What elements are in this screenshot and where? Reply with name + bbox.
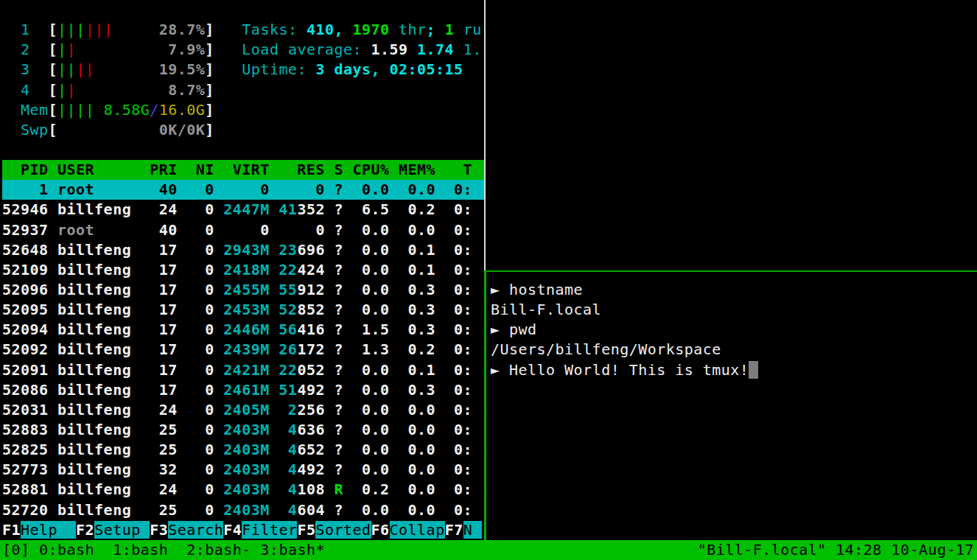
process-row-52031[interactable]: 52031 billfeng 24 0 2405M 2256 ? 0.0 0.0…	[2, 400, 472, 420]
text-segment: 7.9%	[168, 41, 205, 58]
process-row-52094[interactable]: 52094 billfeng 17 0 2446M 56416 ? 1.5 0.…	[2, 320, 472, 340]
shell-command-current[interactable]: ► Hello World! This is tmux!	[491, 360, 758, 380]
tmux-status-right: "Bill-F.local" 14:28 10-Aug-17	[698, 540, 974, 560]
text-segment	[270, 321, 279, 338]
f4-key[interactable]: F4	[223, 521, 242, 539]
text-segment: 2421M	[223, 361, 270, 379]
window-tab-2-last[interactable]: 2:bash-	[186, 541, 251, 559]
text-segment: 4	[2, 81, 49, 99]
f6-key[interactable]: F6	[371, 521, 390, 539]
text-segment: ]	[205, 41, 214, 58]
command-text: hostname	[509, 281, 583, 298]
text-segment: Swp	[21, 121, 49, 139]
shell-pane[interactable]: ► hostnameBill-F.local► pwd/Users/billfe…	[486, 272, 977, 540]
text-segment: /Users/billfeng/Workspace	[491, 340, 721, 358]
pane-border-vertical-inactive	[484, 0, 486, 270]
text-segment	[454, 41, 463, 58]
process-row-52773[interactable]: 52773 billfeng 32 0 2403M 4492 ? 0.0 0.0…	[2, 460, 472, 480]
f5-key[interactable]: F5	[297, 521, 315, 539]
process-row-52881[interactable]: 52881 billfeng 24 0 2403M 4108 R 0.2 0.0…	[2, 480, 472, 500]
prompt-arrow: ►	[491, 361, 509, 379]
f3-key[interactable]: F3	[150, 521, 168, 539]
text-segment: R	[334, 480, 343, 498]
text-segment	[270, 480, 288, 498]
text-segment: 8.7%	[168, 81, 205, 99]
text-segment	[113, 21, 159, 38]
process-table-header[interactable]: PID USER PRI NI VIRT RES S CPU% MEM% T	[2, 160, 485, 180]
f1-help-button[interactable]: Help	[21, 521, 76, 539]
text-segment: /	[150, 101, 159, 119]
text-segment: 492 ? 0.0 0.3 0:	[297, 381, 472, 399]
text-segment: 2943M	[223, 241, 270, 259]
f7-key[interactable]: F7	[445, 521, 463, 539]
f5-sorted-button[interactable]: Sorted	[315, 521, 371, 539]
text-segment: 0.2 0.0 0:	[343, 480, 472, 498]
text-segment: 2403M	[223, 461, 270, 478]
f2-setup-button[interactable]: Setup	[94, 521, 150, 539]
f3-search-button[interactable]: Search	[168, 521, 223, 539]
text-segment: 16.0G	[159, 101, 206, 119]
text-segment: 2403M	[223, 501, 270, 519]
text-segment: 2461M	[223, 381, 270, 399]
text-segment: Bill-F.local	[491, 301, 601, 318]
text-segment	[94, 60, 159, 78]
process-row-1-selected[interactable]: 1 root 40 0 0 0 ? 0.0 0.0 0:	[2, 180, 485, 200]
text-segment: |	[67, 41, 77, 58]
prompt-arrow: ►	[491, 321, 509, 338]
window-tab-1[interactable]: 1:bash	[113, 541, 168, 559]
process-row-52648[interactable]: 52648 billfeng 17 0 2943M 23696 ? 0.0 0.…	[2, 240, 472, 260]
window-tab-0[interactable]: 0:bash	[39, 541, 94, 559]
text-segment	[270, 381, 279, 399]
process-row-52720[interactable]: 52720 billfeng 25 0 2403M 4604 ? 0.0 0.0…	[2, 500, 472, 520]
process-row-52946[interactable]: 52946 billfeng 24 0 2447M 41352 ? 6.5 0.…	[2, 200, 472, 220]
f1-key[interactable]: F1	[2, 521, 21, 539]
text-segment	[2, 121, 21, 139]
text-segment: 2403M	[223, 480, 270, 498]
text-segment: Load average:	[242, 41, 371, 58]
text-segment: |||	[57, 21, 85, 38]
f6-collap-button[interactable]: Collap	[390, 521, 445, 539]
text-segment: 2	[2, 41, 49, 58]
process-row-52092[interactable]: 52092 billfeng 17 0 2439M 26172 ? 1.3 0.…	[2, 340, 472, 360]
text-segment: 256 ? 0.0 0.0 0:	[297, 401, 472, 419]
shell-output-pwd: /Users/billfeng/Workspace	[491, 340, 721, 360]
text-segment	[270, 501, 288, 519]
text-segment: 52091 billfeng 17 0	[2, 361, 223, 379]
text-segment: Uptime:	[242, 60, 315, 78]
f2-key[interactable]: F2	[76, 521, 94, 539]
text-segment: 51	[279, 381, 297, 399]
text-segment: 636 ? 0.0 0.0 0:	[297, 421, 472, 438]
process-row-52937[interactable]: 52937 root 40 0 0 0 ? 0.0 0.0 0:	[2, 220, 472, 240]
window-tab-3-current[interactable]: 3:bash*	[260, 541, 325, 559]
text-segment	[270, 340, 279, 358]
text-segment: 4	[288, 480, 298, 498]
process-row-52883[interactable]: 52883 billfeng 25 0 2403M 4636 ? 0.0 0.0…	[2, 420, 472, 440]
f7-nice-button[interactable]: N	[463, 521, 482, 539]
process-row-52095[interactable]: 52095 billfeng 17 0 2453M 52852 ? 0.0 0.…	[2, 300, 472, 320]
text-segment: 2403M	[223, 421, 270, 438]
text-segment: 52095 billfeng 17 0	[2, 301, 223, 318]
text-segment: 52086 billfeng 17 0	[2, 381, 223, 399]
text-segment	[270, 441, 288, 458]
swap-meter: Swp[ 0K/0K]	[2, 120, 214, 140]
text-segment: 23	[279, 241, 297, 259]
text-segment: 40 0 0 0 ? 0.0 0.0 0:	[94, 221, 472, 239]
process-row-52086[interactable]: 52086 billfeng 17 0 2461M 51492 ? 0.0 0.…	[2, 380, 472, 400]
text-segment: ]	[205, 81, 214, 99]
text-segment: 3	[2, 60, 49, 78]
text-segment: 4	[288, 441, 298, 458]
session-prefix: [0]	[2, 541, 39, 559]
process-row-52109[interactable]: 52109 billfeng 17 0 2418M 22424 ? 0.0 0.…	[2, 260, 472, 280]
process-row-52825[interactable]: 52825 billfeng 25 0 2403M 4652 ? 0.0 0.0…	[2, 440, 472, 460]
text-segment: 604 ? 0.0 0.0 0:	[297, 501, 472, 519]
text-segment: 2446M	[223, 321, 270, 338]
cpu2-meter-and-load: 2 [|| 7.9%] Load average: 1.59 1.74 1.	[2, 40, 482, 60]
process-row-52096[interactable]: 52096 billfeng 17 0 2455M 55912 ? 0.0 0.…	[2, 280, 472, 300]
process-row-52091[interactable]: 52091 billfeng 17 0 2421M 22052 ? 0.0 0.…	[2, 360, 472, 380]
f4-filter-button[interactable]: Filter	[242, 521, 297, 539]
text-segment: 52881 billfeng 24 0	[2, 480, 223, 498]
text-segment: 19.5%	[159, 60, 206, 78]
shell-command-pwd: ► pwd	[491, 320, 537, 340]
text-segment	[270, 401, 288, 419]
text-segment: ||	[57, 60, 76, 78]
